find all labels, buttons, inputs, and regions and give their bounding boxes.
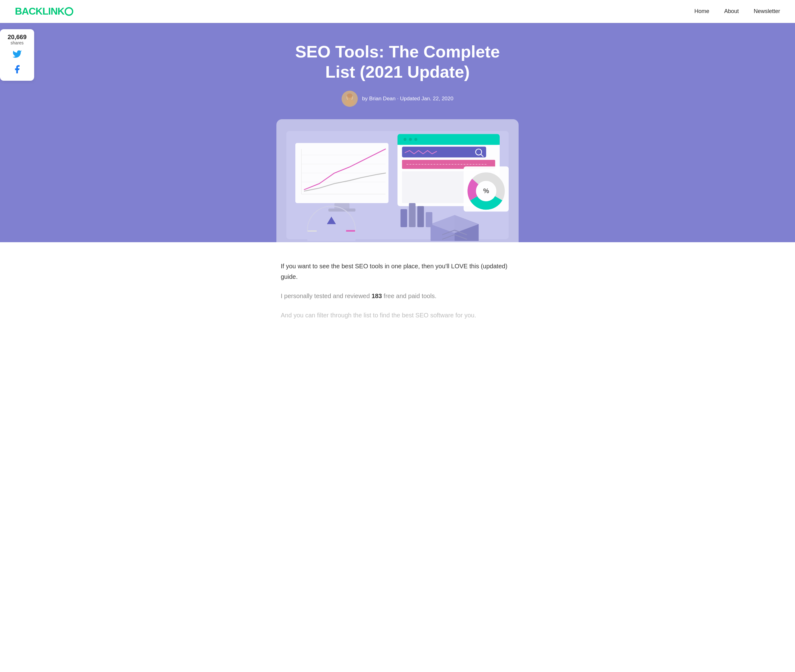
svg-rect-42 [409,203,416,227]
avatar [342,91,358,107]
logo-o [65,7,73,16]
hero-illustration: % [277,119,518,242]
svg-rect-43 [417,206,424,227]
hero-title: SEO Tools: The Complete List (2021 Updat… [289,42,506,82]
share-count: 20,669 [6,34,29,40]
svg-point-4 [347,93,352,98]
author-text: by Brian Dean · Updated Jan. 22, 2020 [362,96,453,102]
hero-content: SEO Tools: The Complete List (2021 Updat… [15,42,780,242]
logo-text: BACKLINK [15,6,64,17]
logo[interactable]: BACKLINK [15,6,73,17]
svg-rect-44 [426,212,432,227]
svg-point-18 [403,138,406,141]
author-line: by Brian Dean · Updated Jan. 22, 2020 [15,91,780,107]
nav-home[interactable]: Home [694,8,709,14]
svg-rect-17 [398,140,500,144]
nav-about[interactable]: About [724,8,739,14]
svg-point-3 [346,99,354,106]
nav-newsletter[interactable]: Newsletter [754,8,780,14]
intro-paragraph-3: And you can filter through the list to f… [281,310,514,320]
hero-section: 20,669 shares SEO Tools: The Complete Li… [0,23,795,242]
svg-rect-41 [401,209,407,227]
navbar: BACKLINK Home About Newsletter [0,0,795,23]
intro-paragraph-1: If you want to see the best SEO tools in… [281,261,514,282]
svg-point-19 [409,138,412,141]
main-content: If you want to see the best SEO tools in… [273,242,522,333]
nav-links: Home About Newsletter [694,8,780,14]
svg-rect-39 [307,232,355,241]
svg-rect-21 [402,147,486,157]
svg-text:%: % [483,187,489,195]
svg-point-20 [414,138,417,141]
intro-paragraph-2: I personally tested and reviewed 183 fre… [281,291,514,301]
